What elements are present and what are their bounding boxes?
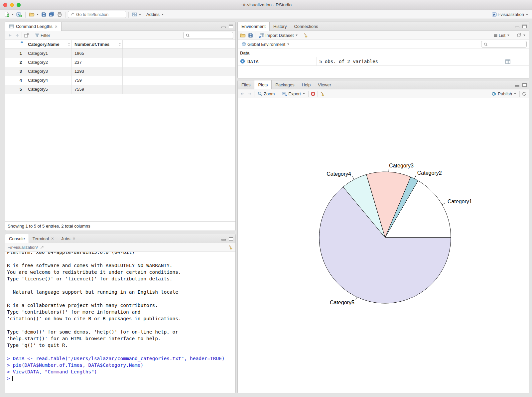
cell-category-name: Category4 [25,76,72,85]
tab-terminal[interactable]: Terminal × [29,234,58,243]
zoom-label: Zoom [264,91,275,96]
panes-layout-button[interactable] [131,12,142,17]
open-file-button[interactable] [28,11,40,18]
search-icon [483,42,488,47]
environment-toolbar: Import Dataset List [238,31,529,40]
minimize-panel-icon[interactable] [515,83,519,87]
pie-slice-label: Category3 [389,163,414,168]
column-header-rownum[interactable] [5,40,25,49]
pie-label-tick [442,203,445,205]
popout-window-icon[interactable] [24,33,29,38]
new-project-button[interactable]: R [15,11,23,18]
refresh-environment-button[interactable] [515,33,527,38]
table-row[interactable]: 1 Category1 1965 [5,49,235,58]
tab-environment[interactable]: Environment [238,22,270,31]
save-all-button[interactable] [48,11,56,18]
minimize-panel-icon[interactable] [515,25,519,28]
publish-button[interactable]: Publish [490,91,517,97]
table-row[interactable]: 5 Category5 7559 [5,85,235,94]
table-row[interactable]: 2 Category2 237 [5,58,235,67]
clear-all-plots-broom-icon[interactable] [320,91,325,96]
clear-environment-broom-icon[interactable] [303,33,308,38]
console-tabbar: Console Terminal × Jobs × [5,234,235,243]
filter-button[interactable]: Filter [33,33,52,38]
tab-files[interactable]: Files [238,80,254,89]
tab-packages[interactable]: Packages [272,80,298,89]
close-window-button[interactable] [3,3,7,7]
addins-button[interactable]: Addins [145,12,165,17]
data-grid-icon [9,24,14,29]
maximize-panel-icon[interactable] [522,83,527,87]
tab-label: Help [302,82,311,87]
pie-label-tick [355,297,357,300]
tab-viewer[interactable]: Viewer [314,80,335,89]
close-tab-icon[interactable]: × [55,24,58,29]
next-plot-arrow-icon[interactable] [247,91,252,96]
popout-window-icon[interactable] [40,245,44,249]
forward-arrow-icon[interactable] [15,33,20,38]
refresh-plot-icon[interactable] [522,91,527,96]
tab-history[interactable]: History [270,22,290,31]
tab-label: Files [241,82,250,87]
import-dataset-button[interactable]: Import Dataset [257,32,299,39]
console-output[interactable]: Platform: x86_64-apple-darwin15.6.0 (64-… [5,252,235,393]
goto-file-input[interactable] [76,12,116,17]
zoom-plot-button[interactable]: Zoom [256,91,276,97]
environment-object-row[interactable]: DATA 5 obs. of 2 variables [238,57,529,66]
open-workspace-icon[interactable] [240,33,246,38]
cell-number-of-times: 237 [72,58,123,67]
viewer-status-bar: Showing 1 to 5 of 5 entries, 2 total col… [5,221,235,231]
list-icon [493,33,498,38]
clear-console-broom-icon[interactable] [228,245,233,250]
sort-arrows-icon[interactable] [119,42,121,47]
project-switcher-button[interactable]: R r-visualization [490,12,529,17]
close-tab-icon[interactable]: × [51,236,54,241]
list-view-label: List [499,33,505,38]
print-button[interactable] [56,12,64,17]
minimize-panel-icon[interactable] [221,25,226,28]
search-icon [186,33,190,38]
save-icon [41,12,46,17]
table-row[interactable]: 3 Category3 1293 [5,67,235,76]
maximize-panel-icon[interactable] [522,25,527,28]
expand-object-play-icon[interactable] [240,59,245,64]
environment-scope-button[interactable]: Global Environment [240,42,291,47]
list-view-button[interactable]: List [492,33,511,38]
viewer-search-input[interactable] [192,33,231,38]
tab-command-lengths[interactable]: Command Lengths × [5,22,62,31]
export-plot-button[interactable]: Export [280,91,306,97]
column-header-number-of-times[interactable]: Number.of.Times [72,40,123,49]
remove-plot-icon[interactable] [311,91,316,96]
previous-plot-arrow-icon[interactable] [240,91,245,96]
save-workspace-icon[interactable] [248,33,253,38]
pie-slice-label: Category1 [448,199,472,204]
tab-connections[interactable]: Connections [290,22,322,31]
column-header-category-name[interactable]: Category.Name [25,40,72,49]
maximize-panel-icon[interactable] [229,25,233,28]
view-data-grid-icon[interactable] [505,59,511,64]
dropdown-caret-icon [296,35,298,36]
tab-console[interactable]: Console [5,234,29,243]
tab-plots[interactable]: Plots [254,80,272,89]
tab-label: Terminal [33,236,49,241]
tab-jobs[interactable]: Jobs × [58,234,79,243]
minimize-panel-icon[interactable] [221,237,226,241]
maximize-panel-icon[interactable] [229,237,233,241]
new-file-button[interactable] [3,11,15,18]
sort-arrows-icon[interactable] [68,42,70,47]
tab-label: Plots [258,82,268,87]
back-arrow-icon[interactable] [8,33,13,38]
console-line [7,348,234,355]
environment-search-input[interactable] [489,42,521,47]
minimize-window-button[interactable] [10,3,14,7]
text-cursor-icon [12,376,13,381]
zoom-window-button[interactable] [17,3,21,7]
save-button[interactable] [40,12,48,17]
cell-number-of-times: 1293 [72,67,123,76]
tab-help[interactable]: Help [298,80,314,89]
cell-number-of-times: 759 [72,76,123,85]
close-tab-icon[interactable]: × [72,236,75,241]
console-prompt-line[interactable]: > [7,375,234,382]
table-row[interactable]: 4 Category4 759 [5,76,235,85]
pie-chart: Category1Category2Category3Category4Cate… [238,98,529,393]
